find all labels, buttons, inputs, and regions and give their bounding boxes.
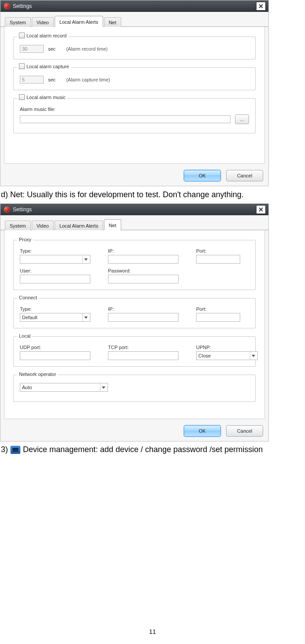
group-local: Local UDP port: TCP port: UPNP: Close [13,336,256,367]
group-local-alarm-capture: Local alarm capture sec (Alarm capture t… [13,67,256,90]
tab-bar: System Video Local Alarm Alerts Net [0,215,268,230]
legend-proxy: Proxy [17,237,33,242]
hint-capture-time: (Alarm capture time) [66,77,110,82]
doc-text-d: d) Net: Usually this is for development … [1,190,305,200]
connect-type-label: Type: [20,306,104,312]
tab-system[interactable]: System [5,17,31,27]
dialog-button-row: OK Cancel [0,423,268,441]
dialog-button-row: OK Cancel [0,167,268,186]
network-operator-value: Auto [22,385,32,390]
proxy-type-label: Type: [20,248,104,254]
network-operator-select[interactable]: Auto [20,383,108,392]
close-icon [259,207,263,212]
titlebar: Settings [0,204,268,215]
tab-net[interactable]: Net [104,17,121,27]
group-local-alarm-record: Local alarm record sec (Alarm record tim… [13,37,256,59]
app-icon [4,206,10,213]
legend-local-alarm-capture: Local alarm capture [26,64,69,69]
tab-system[interactable]: System [5,221,31,230]
proxy-user-input[interactable] [20,275,90,283]
close-button[interactable] [256,205,266,214]
cancel-button[interactable]: Cancel [226,170,263,181]
proxy-type-select[interactable] [20,255,90,264]
proxy-password-label: Password: [108,268,192,273]
device-management-icon [11,446,20,454]
hint-record-time: (Alarm record time) [66,46,108,52]
titlebar: Settings [0,0,268,12]
app-icon [4,3,10,9]
proxy-ip-input[interactable] [108,255,179,264]
unit-sec: sec [48,46,56,52]
tab-local-alarm-alerts[interactable]: Local Alarm Alerts [55,221,103,230]
ok-button[interactable]: OK [184,170,221,181]
close-icon [259,4,263,8]
settings-dialog-local-alarm: Settings System Video Local Alarm Alerts… [0,0,269,186]
tcp-port-input[interactable] [108,351,179,360]
alarm-music-file-input[interactable] [20,115,231,123]
proxy-ip-label: IP: [108,248,192,254]
legend-local-alarm-music: Local alarm music [26,95,66,100]
connect-ip-label: IP: [108,306,192,312]
doc-item-text: Device management: add device / change p… [23,445,263,454]
dialog-body: Local alarm record sec (Alarm record tim… [4,27,265,164]
page-number: 11 [0,628,305,635]
upnp-label: UPNP: [196,345,267,350]
proxy-port-input[interactable] [196,255,240,264]
unit-sec: sec [48,77,56,82]
upnp-value: Close [198,353,211,358]
chevron-down-icon [100,383,107,391]
tab-local-alarm-alerts[interactable]: Local Alarm Alerts [55,16,103,27]
connect-ip-input[interactable] [108,313,179,322]
chevron-down-icon [82,255,89,263]
browse-button[interactable]: … [235,114,249,124]
alarm-record-time-input[interactable] [20,45,44,53]
tab-video[interactable]: Video [32,221,54,230]
legend-local: Local [17,333,32,339]
proxy-user-label: User: [20,268,104,273]
group-network-operator: Network operator Auto [13,375,256,402]
connect-type-select[interactable]: Default [20,313,90,322]
window-title: Settings [13,206,32,213]
checkbox-local-alarm-music[interactable] [19,94,25,100]
window-title: Settings [13,3,32,9]
chevron-down-icon [82,313,89,321]
dialog-body: Proxy Type: IP: Port: [4,230,265,419]
legend-local-alarm-record: Local alarm record [26,33,67,38]
connect-port-label: Port: [196,306,249,312]
udp-port-input[interactable] [20,351,90,360]
upnp-select[interactable]: Close [196,351,258,360]
doc-item-number: 3) [1,445,8,454]
tab-net[interactable]: Net [104,219,121,230]
checkbox-local-alarm-capture[interactable] [19,63,25,69]
cancel-button[interactable]: Cancel [226,425,263,437]
group-proxy: Proxy Type: IP: Port: [13,240,256,290]
alarm-capture-time-input[interactable] [20,76,44,84]
settings-dialog-net: Settings System Video Local Alarm Alerts… [0,203,269,442]
legend-connect: Connect [17,295,39,300]
ok-button[interactable]: OK [184,425,221,437]
checkbox-local-alarm-record[interactable] [19,33,25,38]
tab-video[interactable]: Video [32,17,54,27]
legend-network-operator: Network operator [17,372,58,377]
proxy-port-label: Port: [196,248,249,254]
alarm-music-file-label: Alarm music file: [20,107,56,112]
tab-bar: System Video Local Alarm Alerts Net [0,12,268,27]
proxy-password-input[interactable] [108,275,179,283]
chevron-down-icon [250,352,257,360]
group-local-alarm-music: Local alarm music Alarm music file: … [13,98,256,133]
connect-type-value: Default [22,315,37,320]
close-button[interactable] [256,2,266,11]
connect-port-input[interactable] [196,313,240,322]
group-connect: Connect Type: Default IP: Port: [13,298,256,328]
tcp-port-label: TCP port: [108,345,192,350]
udp-port-label: UDP port: [20,345,104,350]
doc-text-3: 3) Device management: add device / chang… [1,445,305,454]
